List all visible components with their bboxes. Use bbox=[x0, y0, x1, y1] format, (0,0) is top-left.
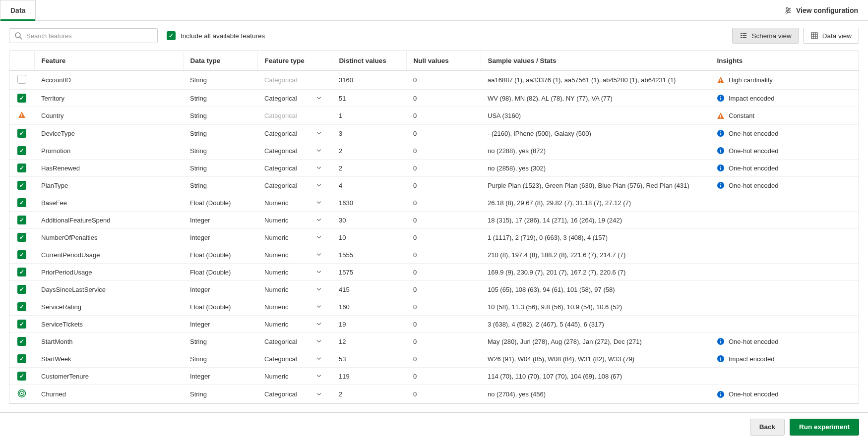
data-view-button[interactable]: Data view bbox=[803, 28, 859, 44]
row-checkbox[interactable] bbox=[17, 75, 26, 84]
feature-type-select[interactable]: Categorical bbox=[264, 147, 325, 155]
info-icon bbox=[717, 129, 725, 137]
row-checkbox[interactable] bbox=[17, 146, 26, 155]
view-configuration-button[interactable]: View configuration bbox=[774, 0, 868, 20]
col-sample[interactable]: Sample values / Stats bbox=[481, 51, 710, 71]
feature-name: BaseFee bbox=[34, 194, 183, 212]
col-datatype[interactable]: Data type bbox=[183, 51, 257, 71]
include-all-checkbox[interactable]: Include all available features bbox=[167, 31, 265, 40]
warning-icon bbox=[717, 112, 725, 120]
row-checkbox[interactable] bbox=[17, 285, 26, 294]
feature-type-select[interactable]: Categorical bbox=[264, 390, 325, 398]
feature-type-select[interactable]: Categorical bbox=[264, 164, 325, 172]
col-insights[interactable]: Insights bbox=[710, 51, 859, 71]
back-button[interactable]: Back bbox=[750, 419, 785, 436]
table-row: DaysSinceLastServiceIntegerNumeric415010… bbox=[9, 281, 859, 298]
search-input[interactable] bbox=[26, 32, 152, 40]
feature-type-select[interactable]: Categorical bbox=[264, 94, 325, 102]
null-values: 0 bbox=[406, 350, 481, 368]
tab-data[interactable]: Data bbox=[0, 0, 36, 20]
feature-type-label: Categorical bbox=[264, 165, 297, 172]
null-values: 0 bbox=[406, 194, 481, 212]
feature-type-select[interactable]: Numeric bbox=[264, 320, 325, 328]
col-distinct[interactable]: Distinct values bbox=[332, 51, 406, 71]
row-checkbox[interactable] bbox=[17, 337, 26, 346]
chevron-down-icon bbox=[315, 303, 323, 311]
data-type: String bbox=[183, 385, 257, 404]
search-icon bbox=[14, 32, 22, 40]
data-type: String bbox=[183, 125, 257, 142]
row-checkbox[interactable] bbox=[17, 268, 26, 276]
feature-type-select[interactable]: Numeric bbox=[264, 268, 325, 276]
chevron-down-icon bbox=[315, 181, 323, 189]
col-nulls[interactable]: Null values bbox=[406, 51, 481, 71]
row-checkbox[interactable] bbox=[17, 250, 26, 259]
insight-text: One-hot encoded bbox=[729, 182, 778, 189]
feature-type-select[interactable]: Categorical bbox=[264, 129, 325, 137]
null-values: 0 bbox=[406, 177, 481, 194]
feature-type-select[interactable]: Numeric bbox=[264, 303, 325, 311]
feature-type-select[interactable]: Numeric bbox=[264, 285, 325, 293]
sample-values: no (2288), yes (872) bbox=[481, 142, 710, 160]
row-checkbox[interactable] bbox=[17, 372, 26, 381]
table-row: ServiceTicketsIntegerNumeric1903 (638), … bbox=[9, 316, 859, 333]
row-checkbox[interactable] bbox=[17, 233, 26, 242]
row-checkbox[interactable] bbox=[17, 302, 26, 311]
feature-type-select[interactable]: Numeric bbox=[264, 199, 325, 207]
distinct-values: 10 bbox=[332, 229, 406, 246]
sample-values: no (2858), yes (302) bbox=[481, 160, 710, 177]
distinct-values: 2 bbox=[332, 160, 406, 177]
data-type: String bbox=[183, 177, 257, 194]
info-icon bbox=[717, 390, 725, 398]
feature-type-select[interactable]: Numeric bbox=[264, 233, 325, 241]
search-features-box[interactable] bbox=[9, 28, 158, 43]
null-values: 0 bbox=[406, 264, 481, 281]
chevron-down-icon bbox=[315, 355, 323, 363]
distinct-values: 3160 bbox=[332, 71, 406, 90]
chevron-down-icon bbox=[315, 337, 323, 345]
feature-type-select: Categorical bbox=[264, 76, 325, 84]
data-type: Float (Double) bbox=[183, 194, 257, 212]
row-checkbox[interactable] bbox=[17, 216, 26, 224]
insight-text: Impact encoded bbox=[729, 95, 775, 102]
feature-name: Promotion bbox=[34, 142, 183, 160]
row-checkbox[interactable] bbox=[17, 164, 26, 172]
feature-type-select[interactable]: Categorical bbox=[264, 337, 325, 345]
col-feature[interactable]: Feature bbox=[34, 51, 183, 71]
warning-icon bbox=[18, 111, 26, 119]
feature-type-select[interactable]: Categorical bbox=[264, 181, 325, 189]
null-values: 0 bbox=[406, 107, 481, 125]
data-type: Float (Double) bbox=[183, 246, 257, 264]
row-checkbox[interactable] bbox=[17, 129, 26, 138]
chevron-down-icon bbox=[315, 390, 323, 398]
table-row: CountryStringCategorical10USA (3160)Cons… bbox=[9, 107, 859, 125]
row-checkbox[interactable] bbox=[17, 354, 26, 363]
chevron-down-icon bbox=[315, 268, 323, 276]
null-values: 0 bbox=[406, 125, 481, 142]
table-row: ServiceRatingFloat (Double)Numeric160010… bbox=[9, 298, 859, 316]
data-type: String bbox=[183, 107, 257, 125]
insight-text: Constant bbox=[729, 112, 754, 119]
col-featuretype[interactable]: Feature type bbox=[257, 51, 332, 71]
row-checkbox[interactable] bbox=[17, 198, 26, 207]
chevron-down-icon bbox=[315, 320, 323, 328]
distinct-values: 1575 bbox=[332, 264, 406, 281]
distinct-values: 51 bbox=[332, 90, 406, 107]
target-icon bbox=[17, 389, 26, 398]
schema-view-button[interactable]: Schema view bbox=[732, 28, 799, 44]
row-checkbox[interactable] bbox=[17, 181, 26, 190]
feature-type-select[interactable]: Numeric bbox=[264, 372, 325, 380]
row-checkbox[interactable] bbox=[17, 94, 26, 103]
feature-type-label: Numeric bbox=[264, 303, 288, 311]
feature-type-select[interactable]: Numeric bbox=[264, 251, 325, 259]
data-type: Integer bbox=[183, 368, 257, 385]
feature-type-select[interactable]: Numeric bbox=[264, 216, 325, 224]
schema-view-label: Schema view bbox=[751, 32, 791, 40]
run-experiment-button[interactable]: Run experiment bbox=[790, 419, 859, 436]
feature-type-select[interactable]: Categorical bbox=[264, 355, 325, 363]
row-checkbox[interactable] bbox=[17, 320, 26, 329]
data-type: String bbox=[183, 350, 257, 368]
chevron-down-icon bbox=[315, 372, 323, 380]
feature-type-label: Categorical bbox=[264, 338, 297, 345]
null-values: 0 bbox=[406, 229, 481, 246]
